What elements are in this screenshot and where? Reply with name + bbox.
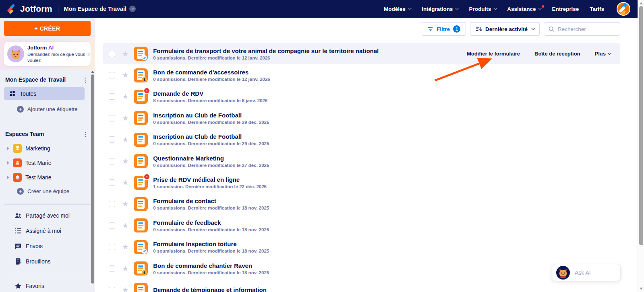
row-checkbox[interactable] — [109, 51, 115, 57]
row-checkbox[interactable] — [109, 179, 115, 186]
inbox-button[interactable]: Boîte de réception — [534, 51, 580, 57]
row-checkbox[interactable] — [109, 201, 115, 207]
form-title[interactable]: Inscription au Club de Football — [153, 112, 269, 119]
form-row[interactable]: ★1Prise de RDV médical en ligne1 soumiss… — [103, 172, 620, 193]
star-icon[interactable]: ★ — [122, 179, 128, 186]
caret-right-icon[interactable] — [7, 147, 9, 150]
row-checkbox[interactable] — [109, 158, 115, 165]
star-icon[interactable]: ★ — [122, 158, 128, 165]
more-button[interactable]: Plus — [595, 51, 611, 57]
sidebar-item-assigne-à-moi[interactable]: Assigné à moi — [0, 226, 95, 235]
form-row[interactable]: ★Formulaire Inspection toiture0 soumissi… — [103, 236, 620, 258]
sidebar-scrollbar[interactable] — [91, 70, 94, 292]
jotform-ai-card[interactable]: Jotform AI Demandez-moi ce que vous voul… — [4, 42, 91, 66]
form-title[interactable]: Prise de RDV médical en ligne — [153, 176, 267, 183]
form-row[interactable]: ★$Bon de commande chantier Raven0 soumis… — [103, 258, 620, 279]
sidebar-item-partage-avec-moi[interactable]: Partagé avec moi — [0, 211, 95, 220]
form-title[interactable]: Formulaire de contact — [153, 197, 269, 204]
form-row[interactable]: ★1Demande de RDV8 soumissions. Dernière … — [103, 86, 620, 107]
page-scrollbar[interactable] — [638, 0, 644, 292]
jotform-logo[interactable]: Jotform — [6, 4, 52, 14]
form-row[interactable]: ★Inscription au Club de Football0 soumis… — [103, 129, 620, 150]
form-icon — [134, 111, 148, 125]
ask-ai-widget[interactable]: Ask AI — [552, 264, 621, 281]
form-icon — [134, 154, 148, 168]
form-title[interactable]: Demande de témoignage et information — [153, 286, 267, 292]
teams-kebab-icon[interactable]: ⋮ — [83, 131, 89, 137]
row-checkbox[interactable] — [109, 93, 115, 100]
star-icon[interactable]: ★ — [122, 50, 128, 58]
scroll-up-icon[interactable] — [91, 71, 94, 73]
form-title[interactable]: Bon de commande d'accessoires — [153, 69, 270, 76]
row-checkbox[interactable] — [109, 222, 115, 229]
row-checkbox[interactable] — [109, 115, 115, 121]
workspace-kebab-icon[interactable]: ⋮ — [83, 77, 89, 83]
form-row[interactable]: ★Formulaire de feedback0 soumissions. De… — [103, 215, 620, 236]
row-checkbox[interactable] — [109, 265, 115, 272]
sidebar-item-envois[interactable]: Envois — [0, 242, 95, 251]
sidebar-team-marketing[interactable]: Marketing — [0, 144, 95, 153]
sidebar-team-test-marie[interactable]: Test Marie — [0, 173, 95, 182]
nav-item-tarifs[interactable]: Tarifs — [590, 6, 604, 12]
star-icon[interactable]: ★ — [122, 243, 128, 251]
row-checkbox[interactable] — [109, 72, 115, 78]
sort-label: Dernière activité — [485, 26, 528, 32]
nav-item-produits[interactable]: Produits — [469, 6, 496, 12]
form-title[interactable]: Formulaire de feedback — [153, 219, 269, 226]
people-icon — [14, 212, 22, 219]
form-title[interactable]: Questionnaire Marketing — [153, 155, 269, 162]
edit-form-button[interactable]: Modifier le formulaire — [467, 51, 520, 57]
form-row[interactable]: ★Formulaire de contact0 soumissions. Der… — [103, 193, 620, 215]
row-checkbox[interactable] — [109, 287, 115, 292]
create-team-button[interactable]: + Créer une équipe — [0, 187, 95, 195]
scroll-down-icon[interactable] — [640, 288, 643, 290]
add-tag-button[interactable]: + Ajouter une étiquette — [0, 105, 95, 113]
user-avatar[interactable] — [617, 2, 630, 16]
nav-item-modèles[interactable]: Modèles — [384, 6, 411, 12]
form-row[interactable]: ★Demande de témoignage et information — [103, 279, 620, 292]
star-icon[interactable]: ★ — [122, 136, 128, 143]
search-box[interactable] — [544, 22, 620, 36]
star-icon[interactable]: ★ — [122, 265, 128, 272]
form-row[interactable]: ★Questionnaire Marketing0 soumissions. D… — [103, 150, 620, 172]
create-button[interactable]: + CRÉER — [4, 21, 91, 36]
utility-list: Partagé avec moiAssigné à moiEnvoisBroui… — [0, 211, 95, 266]
form-title[interactable]: Bon de commande chantier Raven — [153, 262, 269, 269]
nav-item-intégrations[interactable]: Intégrations — [422, 6, 458, 12]
form-title[interactable]: Formulaire Inspection toiture — [153, 241, 269, 247]
search-input[interactable] — [558, 26, 610, 32]
caret-right-icon[interactable] — [7, 161, 9, 165]
form-row[interactable]: ★Inscription au Club de Football0 soumis… — [103, 107, 620, 129]
ask-ai-label: Ask AI — [575, 269, 591, 276]
nav-item-entreprise[interactable]: Entreprise — [552, 6, 579, 12]
form-title[interactable]: Formulaire de transport de votre animal … — [153, 47, 379, 54]
navbar-divider — [58, 5, 58, 13]
star-icon[interactable]: ★ — [122, 72, 128, 79]
star-icon[interactable]: ★ — [122, 222, 128, 229]
sidebar-item-all-forms[interactable]: Toutes — [4, 87, 85, 100]
ask-ai-cat-avatar — [556, 266, 570, 280]
row-checkbox[interactable] — [109, 136, 115, 143]
filter-button[interactable]: Filtre 1 — [422, 22, 466, 36]
sidebar-scrollbar-thumb[interactable] — [91, 74, 94, 284]
star-icon[interactable]: ★ — [122, 93, 128, 100]
form-row[interactable]: ★$Bon de commande d'accessoires0 soumiss… — [103, 64, 620, 86]
caret-right-icon[interactable] — [7, 176, 9, 179]
form-row[interactable]: ★Formulaire de transport de votre animal… — [103, 43, 620, 64]
form-title[interactable]: Inscription au Club de Football — [153, 133, 269, 140]
star-icon[interactable]: ★ — [122, 286, 128, 292]
workspace-title[interactable]: Mon Espace de Travail — [64, 6, 136, 12]
star-icon[interactable]: ★ — [122, 200, 128, 208]
form-title[interactable]: Demande de RDV — [153, 90, 267, 97]
sort-button[interactable]: Dernière activité — [470, 22, 540, 36]
nav-item-assistance[interactable]: Assistance — [507, 6, 541, 12]
page-scrollbar-thumb[interactable] — [639, 6, 643, 245]
form-row-text: Demande de RDV8 soumissions. Dernière mo… — [153, 90, 267, 103]
workspace-chevron-icon[interactable] — [129, 6, 136, 12]
sidebar-item-favorites[interactable]: Favoris — [0, 282, 95, 290]
star-icon[interactable]: ★ — [122, 115, 128, 122]
row-checkbox[interactable] — [109, 244, 115, 250]
scroll-up-icon[interactable] — [640, 2, 643, 4]
sidebar-item-brouillons[interactable]: Brouillons — [0, 257, 95, 266]
sidebar-team-test-marie[interactable]: Test Marie — [0, 158, 95, 167]
